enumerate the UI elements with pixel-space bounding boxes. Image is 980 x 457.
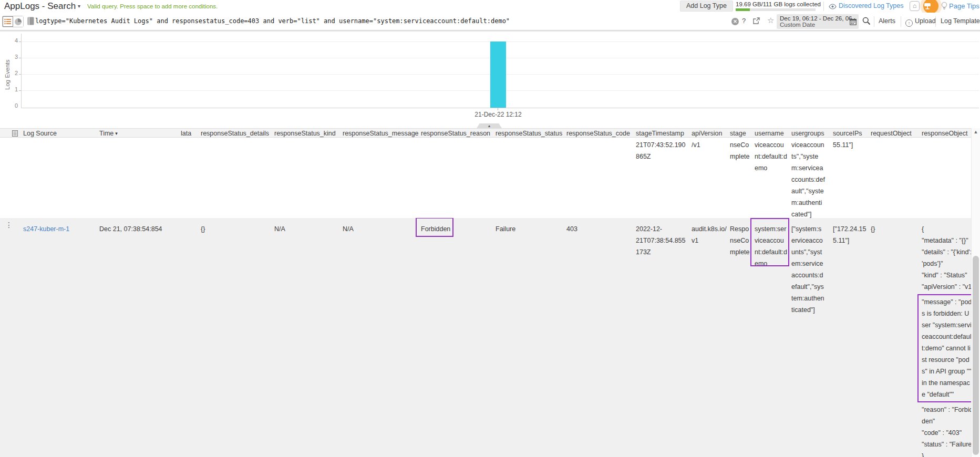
cell-apiversion: /v1 (692, 139, 728, 151)
calendar-icon (850, 18, 857, 25)
column-header-time-label: Time (99, 130, 114, 137)
column-header-username[interactable]: username (755, 130, 787, 137)
page-tips-link[interactable]: Page Tips (949, 2, 979, 10)
cell-usergroups: viceaccounts","system:serviceaccounts:de… (791, 139, 825, 218)
column-header-responsestatus-reason[interactable]: responseStatus_reason (421, 130, 493, 137)
scroll-up-icon[interactable]: ▲ (972, 129, 980, 134)
upload-button[interactable]: ↑Upload (905, 17, 936, 27)
column-header-log-source[interactable]: Log Source (23, 130, 97, 137)
query-valid-message: Valid query. Press space to add more con… (87, 3, 218, 9)
column-header-time[interactable]: Time▾ (99, 130, 179, 137)
responseobject-line: "status" : "Failure" (922, 439, 976, 450)
cell-responsestatus-kind: N/A (274, 223, 341, 235)
usage-text: 19.69 GB/111 GB logs collected (736, 1, 821, 7)
list-view-button[interactable] (3, 16, 13, 27)
table-row: ⋮ s247-kuber-m-1 Dec 21, 07:38:54:854 {}… (0, 218, 980, 457)
column-header-stage[interactable]: stage (730, 130, 751, 137)
cell-responsestatus-message: N/A (343, 223, 419, 235)
responseobject-line: "details" : "{'kind': 'pods'}" (922, 246, 976, 269)
cell-username: viceaccount:default:demo (755, 139, 787, 174)
page-title[interactable]: AppLogs - Search▾ (4, 1, 80, 12)
cell-stagetimestamp: 21T07:43:52.190865Z (636, 139, 687, 162)
eye-icon (829, 4, 837, 9)
alerts-button[interactable]: Alerts (879, 17, 895, 25)
scrollbar-thumb[interactable] (973, 256, 979, 455)
responseobject-line: "kind" : "Status" (922, 269, 976, 281)
book-icon (27, 17, 34, 25)
column-header-stagetimestamp[interactable]: stageTimestamp (636, 130, 687, 137)
search-icon[interactable] (862, 17, 871, 25)
log-events-bar[interactable] (490, 41, 506, 108)
column-header-responsestatus-status[interactable]: responseStatus_status (496, 130, 564, 137)
column-header-responseobject[interactable]: responseObject (922, 130, 976, 137)
sort-descending-icon: ▾ (115, 131, 118, 136)
chart-view-button[interactable] (13, 16, 24, 27)
cell-sourceips: 55.11"] (833, 139, 868, 151)
collapse-chart-handle[interactable]: ▲ (477, 123, 502, 128)
date-mode-text: Custom Date (780, 22, 815, 28)
row-menu-icon[interactable]: ⋮ (5, 221, 13, 228)
cell-usergroups: ["system:serviceaccounts","system:servic… (791, 223, 825, 316)
cell-stagetimestamp: 2022-12-21T07:38:54.855173Z (636, 223, 687, 258)
column-header-usergroups[interactable]: usergroups (791, 130, 825, 137)
cell-stage: ResponseComplete (730, 223, 751, 258)
y-axis-line (21, 34, 22, 108)
applogs-search-page: AppLogs - Search▾ Valid query. Press spa… (0, 0, 980, 457)
clear-query-icon[interactable]: ✕ (731, 18, 739, 25)
divider (874, 16, 874, 27)
share-icon[interactable] (752, 17, 760, 25)
column-header-responsestatus-message[interactable]: responseStatus_message (343, 130, 419, 137)
responseobject-line: { (922, 223, 976, 235)
column-header-apiversion[interactable]: apiVersion (692, 130, 728, 137)
upload-label: Upload (915, 17, 936, 25)
date-range-picker[interactable]: Dec 19, 06:12 - Dec 26, 06... Custom Dat… (777, 14, 859, 29)
y-tick: 2 (7, 70, 18, 78)
log-source-link[interactable]: s247-kuber-m-1 (23, 225, 69, 233)
favorite-star-icon[interactable]: ☆ (767, 16, 774, 25)
responseobject-line: "metadata" : "{}" (922, 235, 976, 246)
column-header-requestobject[interactable]: requestObject (871, 130, 918, 137)
responseobject-line: } (922, 450, 976, 457)
vertical-scrollbar[interactable]: ▲ (971, 128, 980, 457)
x-axis-line (21, 108, 979, 108)
cell-stage: nseComplete (730, 139, 751, 162)
column-header-sourceips[interactable]: sourceIPs (833, 130, 868, 137)
log-events-chart: Log Events 4 3 2 1 0 21-Dec-22 12:12 (0, 30, 980, 123)
column-header-responsestatus-kind[interactable]: responseStatus_kind (274, 130, 341, 137)
discovered-log-types-link[interactable]: Discovered Log Types (829, 2, 903, 9)
top-bar: AppLogs - Search▾ Valid query. Press spa… (0, 0, 980, 13)
divider (823, 2, 824, 11)
log-templates-button[interactable]: Log Templates (941, 17, 980, 25)
search-query-input[interactable]: logtype="Kubernetes Audit Logs" and resp… (35, 17, 718, 25)
cell-time: Dec 21, 07:38:54:854 (99, 223, 179, 235)
cell-sourceips: ["172.24.155.11"] (833, 223, 868, 246)
y-tick: 0 (7, 102, 18, 111)
responseobject-line: "code" : "403" (922, 427, 976, 439)
cell-log-source: s247-kuber-m-1 (23, 223, 97, 235)
assistant-icon[interactable] (923, 0, 938, 14)
discovered-log-types-label: Discovered Log Types (839, 2, 903, 9)
table-header: Log Source Time▾ lata responseStatus_det… (0, 128, 980, 138)
chevron-down-icon: ▾ (78, 3, 80, 9)
cell-responsestatus-status: Failure (496, 223, 564, 235)
column-header-responsestatus-code[interactable]: responseStatus_code (566, 130, 634, 137)
usage-progress-fill (736, 8, 750, 11)
add-log-type-button[interactable]: Add Log Type (680, 1, 733, 12)
pie-chart-icon (15, 18, 22, 25)
date-range-text: Dec 19, 06:12 - Dec 26, 06... (780, 15, 857, 22)
column-header-lata[interactable]: lata (181, 130, 194, 137)
y-tick: 3 (7, 54, 18, 62)
x-tick-mark (498, 108, 498, 110)
cell-apiversion: audit.k8s.io/v1 (692, 223, 728, 246)
select-columns-icon[interactable] (12, 130, 18, 137)
divider (901, 16, 901, 27)
page-title-text: AppLogs - Search (4, 1, 76, 11)
divider (935, 16, 936, 27)
home-icon[interactable]: ⌂ (910, 1, 920, 11)
query-help-icon[interactable]: ? (742, 17, 746, 25)
column-header-responsestatus-details[interactable]: responseStatus_details (201, 130, 272, 137)
saved-queries-button[interactable] (27, 17, 34, 25)
cell-responsestatus-reason: Forbidden (421, 223, 493, 235)
x-tick-label: 21-Dec-22 12:12 (461, 111, 535, 118)
list-view-icon (4, 18, 11, 25)
